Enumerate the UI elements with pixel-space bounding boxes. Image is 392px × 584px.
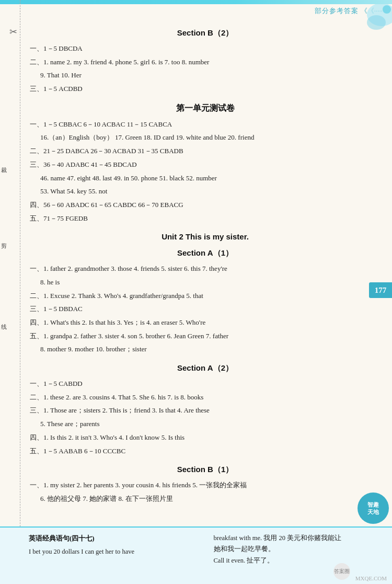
u1-line3: 三、36－40 ADABC 41－45 BDCAD <box>29 158 382 171</box>
sb2-line2b: 9. That 10. Her <box>29 69 382 82</box>
top-bar <box>0 0 392 4</box>
side-label-xian: 线 <box>0 319 8 320</box>
sa1-line4: 四、1. What's this 2. Is that his 3. Yes；i… <box>29 316 382 329</box>
sa2-line3b: 5. These are；parents <box>29 418 382 431</box>
sa2-line4: 四、1. Is this 2. it isn't 3. Who's 4. I d… <box>29 431 382 444</box>
sa1-line1b: 8. he is <box>29 276 382 289</box>
sa1-line3: 三、1－5 DBDAC <box>29 303 382 316</box>
bottom-phrase-box: 英语经典语句(四十七) I bet you 20 dollars I can g… <box>0 526 392 584</box>
bottom-watermark: MXQE.COM <box>355 575 387 581</box>
sa2-line2: 二、1. these 2. are 3. cousins 4. That 5. … <box>29 391 382 404</box>
sb1-line1b: 6. 他的祖父母 7. 她的家谱 8. 在下一张照片里 <box>29 493 382 506</box>
scissors-icon: ✂ <box>9 26 17 38</box>
unit1-heading: 第一单元测试卷 <box>29 103 382 114</box>
svg-point-1 <box>367 15 386 30</box>
u1-line3c: 53. What 54. key 55. not <box>29 185 382 198</box>
u1-line5: 五、71－75 FGEDB <box>29 212 382 225</box>
bottom-left: 英语经典语句(四十七) I bet you 20 dollars I can g… <box>0 528 207 584</box>
sa1-line2: 二、1. Excuse 2. Thank 3. Who's 4. grandfa… <box>29 290 382 303</box>
u1-line1: 一、1－5 CBBAC 6－10 ACBAC 11－15 CABCA <box>29 118 382 131</box>
sa1-line5b: 8. mother 9. mother 10. brother；sister <box>29 343 382 356</box>
u1-line4: 四、56－60 ABADC 61－65 CABDC 66－70 EBACG <box>29 199 382 212</box>
phrase-left-text: I bet you 20 dollars I can get her to ha… <box>29 546 201 557</box>
side-label-jian: 剪 <box>0 238 8 239</box>
sb2-line2: 二、1. name 2. my 3. friend 4. phone 5. gi… <box>29 56 382 69</box>
sa2-line1: 一、1－5 CABDD <box>29 377 382 391</box>
page-number: 177 <box>369 282 392 298</box>
top-right-decoration <box>345 4 392 41</box>
sa2-line5: 五、1－5 AABAB 6－10 CCCBC <box>29 445 382 458</box>
sa1-line5: 五、1. grandpa 2. father 3. sister 4. son … <box>29 330 382 343</box>
side-label-cai: 裁 <box>0 162 8 163</box>
sb2-line1: 一、1－5 DBCDA <box>29 42 382 55</box>
phrase-right-extra: Call it even. 扯平了。 <box>214 555 386 566</box>
u1-line3b: 46. name 47. eight 48. last 49. in 50. p… <box>29 172 382 185</box>
sa1-heading: Section A（1） <box>29 248 382 258</box>
phrase-title: 英语经典语句(四十七) <box>29 533 201 544</box>
phrase-right-cn2: 她和我一起吃早餐。 <box>214 544 386 555</box>
sb1-heading: Section B（1） <box>29 465 382 475</box>
sb1-line1: 一、1. my sister 2. her parents 3. your co… <box>29 479 382 492</box>
watermark-circle: 答案圈 <box>333 563 350 580</box>
u1-line2: 二、21－25 DABCA 26－30 ACBAD 31－35 CBADB <box>29 145 382 158</box>
sa1-line1: 一、1. father 2. grandmother 3. those 4. f… <box>29 262 382 276</box>
unit2-heading: Unit 2 This is my sister. <box>29 232 382 241</box>
header-area: 部分参考答案 《《····· <box>0 4 392 16</box>
sa2-line3: 三、1. Those are；sisters 2. This is；friend… <box>29 404 382 417</box>
watermark-area: 答案圈 <box>333 563 350 580</box>
phrase-right-cn: breakfast with me. 我用 20 美元和你赌我能让 <box>214 533 386 544</box>
sa2-heading: Section A（2） <box>29 363 382 373</box>
cut-line <box>20 0 20 584</box>
main-content: Section B（2） 一、1－5 DBCDA 二、1. name 2. my… <box>29 16 382 511</box>
sb2-line3: 三、1－5 ACDBD <box>29 83 382 96</box>
u1-line1b: 16.（an）English（boy） 17. Green 18. ID car… <box>29 131 382 144</box>
svg-point-2 <box>383 5 391 14</box>
section-b2-heading: Section B（2） <box>29 28 382 38</box>
side-deco-circle: 智趣 天地 <box>358 493 389 524</box>
page-wrapper: 部分参考答案 《《····· ✂ 裁 剪 线 177 Section B（2） … <box>0 0 392 584</box>
